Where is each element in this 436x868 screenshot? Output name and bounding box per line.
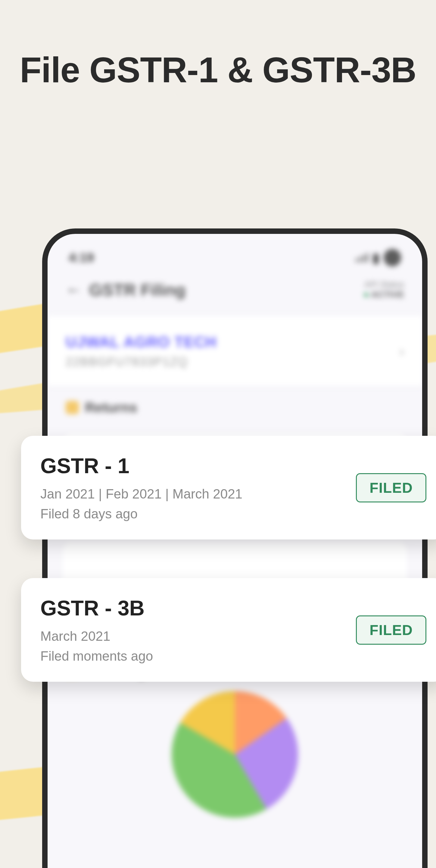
phone-screen-blurred: 4:19 ▮ ← GSTR Filing API Status ● ACTIVE…: [47, 234, 422, 868]
return-filed-ago: Filed moments ago: [40, 649, 153, 664]
return-name: GSTR - 3B: [40, 596, 153, 620]
statusbar-right: ▮: [356, 249, 401, 267]
company-gstin: 22BBGFU7833P1ZQ: [66, 355, 216, 369]
statusbar: 4:19 ▮: [47, 237, 422, 273]
api-status-value: ACTIVE: [371, 289, 404, 299]
return-name: GSTR - 1: [40, 454, 242, 478]
company-name: UJWAL AGRO TECH: [66, 333, 216, 351]
api-status: API Status ● ACTIVE: [363, 280, 404, 300]
section-returns: Returns: [47, 387, 422, 422]
return-period: Jan 2021 | Feb 2021 | March 2021: [40, 487, 242, 501]
return-period: March 2021: [40, 629, 153, 644]
statusbar-time: 4:19: [69, 250, 94, 265]
appbar-title: GSTR Filing: [89, 280, 186, 300]
section-returns-label: Returns: [85, 399, 137, 415]
return-filed-ago: Filed 8 days ago: [40, 506, 242, 521]
return-card-gstr3b[interactable]: GSTR - 3B March 2021 Filed moments ago F…: [21, 578, 436, 682]
return-card-gstr1[interactable]: GSTR - 1 Jan 2021 | Feb 2021 | March 202…: [21, 436, 436, 539]
phone-frame: 4:19 ▮ ← GSTR Filing API Status ● ACTIVE…: [42, 228, 428, 868]
company-selector[interactable]: UJWAL AGRO TECH 22BBGFU7833P1ZQ ›: [47, 315, 422, 387]
status-badge: FILED: [356, 615, 426, 645]
api-status-label: API Status: [363, 280, 404, 289]
back-icon[interactable]: ←: [66, 280, 82, 299]
status-badge: FILED: [356, 473, 426, 502]
signal-icon: [356, 253, 368, 262]
app-bar: ← GSTR Filing API Status ● ACTIVE: [47, 273, 422, 315]
page-title: File GSTR-1 & GSTR-3B: [0, 45, 436, 95]
status-dot-icon: ●: [363, 289, 369, 299]
returns-icon: [66, 401, 79, 414]
avatar: [383, 249, 401, 267]
battery-icon: ▮: [372, 250, 379, 265]
reconciliation-pie-chart: [172, 691, 298, 818]
chevron-right-icon: ›: [400, 343, 404, 359]
